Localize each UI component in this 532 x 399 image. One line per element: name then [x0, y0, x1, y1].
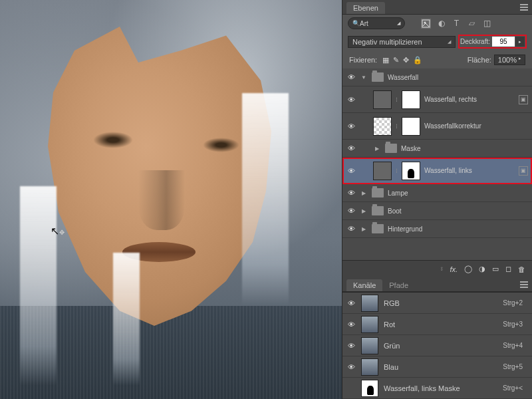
visibility-icon[interactable]: 👁: [346, 299, 356, 307]
disclosure-icon[interactable]: ▼: [360, 74, 368, 80]
opacity-control[interactable]: Deckkraft: 95 ▸: [458, 35, 527, 49]
visibility-icon[interactable]: 👁: [346, 189, 356, 197]
link-icon[interactable]: ⁞: [396, 96, 398, 103]
layer-name[interactable]: Hintergrund: [388, 225, 528, 233]
visibility-icon[interactable]: 👁: [346, 225, 356, 233]
lock-label: Fixieren:: [349, 56, 377, 64]
chevron-down-icon: ▸: [519, 56, 521, 64]
layer-wasserfall-rechts[interactable]: 👁 ⁞ Wasserfall, rechts ▣: [342, 86, 532, 113]
mask-thumbnail[interactable]: [402, 117, 420, 136]
filter-badge-icon[interactable]: ▣: [519, 166, 528, 176]
group-icon[interactable]: ▭: [492, 265, 499, 273]
link-icon[interactable]: ⁞: [396, 168, 398, 174]
opacity-label: Deckkraft:: [460, 38, 490, 45]
layer-group-boot[interactable]: 👁 ▶ Boot: [342, 202, 532, 220]
adjustment-icon[interactable]: ◑: [479, 265, 485, 273]
channel-name: RGB: [384, 299, 400, 307]
visibility-icon[interactable]: 👁: [346, 122, 356, 130]
panel-menu-icon[interactable]: [520, 4, 528, 11]
layer-thumbnail[interactable]: [373, 117, 392, 136]
trash-icon[interactable]: 🗑: [518, 265, 525, 273]
panel-tab-header[interactable]: Ebenen: [342, 0, 532, 15]
lock-position-icon[interactable]: ✥: [403, 56, 409, 65]
channels-tab-header[interactable]: Kanäle Pfade: [342, 277, 532, 292]
link-layers-icon[interactable]: ⦂: [441, 265, 443, 273]
link-icon[interactable]: ⁞: [396, 123, 398, 130]
layer-name[interactable]: Boot: [388, 207, 528, 215]
filter-pixel-icon[interactable]: [421, 19, 431, 29]
visibility-icon[interactable]: 👁: [346, 342, 356, 350]
folder-icon: [372, 72, 384, 82]
tab-layers[interactable]: Ebenen: [346, 2, 385, 14]
lock-all-icon[interactable]: 🔒: [413, 56, 422, 65]
filter-type-icon[interactable]: T: [452, 19, 462, 29]
opacity-input[interactable]: 95: [492, 37, 515, 47]
layer-thumbnail[interactable]: [373, 162, 392, 180]
channel-thumbnail: [361, 316, 378, 333]
layer-name[interactable]: Wasserfall: [388, 74, 528, 81]
channel-name: Grün: [384, 342, 400, 350]
waterfall-right: [242, 93, 289, 306]
visibility-icon[interactable]: 👁: [346, 73, 356, 81]
mask-thumbnail[interactable]: [402, 90, 420, 109]
layer-wasserfall-links[interactable]: 👁 ⁞ Wasserfall, links ▣: [342, 158, 532, 184]
layer-group-lampe[interactable]: 👁 ▶ Lampe: [342, 184, 532, 202]
channel-gruen[interactable]: 👁 Grün Strg+4: [342, 335, 532, 356]
filter-shape-icon[interactable]: ▱: [467, 19, 477, 29]
layer-group-wasserfall[interactable]: 👁 ▼ Wasserfall: [342, 68, 532, 86]
layer-name[interactable]: Wasserfall, rechts: [424, 96, 515, 103]
channel-mask[interactable]: 👁 Wasserfall, links Maske Strg+<: [342, 378, 532, 399]
channel-shortcut: Strg+2: [503, 299, 528, 307]
layer-footer: ⦂ fx. ◯ ◑ ▭ ◻ 🗑: [342, 260, 532, 277]
disclosure-icon[interactable]: ▶: [373, 146, 381, 152]
mask-thumbnail[interactable]: [402, 162, 420, 180]
channel-thumbnail: [361, 358, 378, 376]
layer-name[interactable]: Lampe: [388, 190, 528, 197]
disclosure-icon[interactable]: ▶: [360, 208, 368, 214]
lock-transparency-icon[interactable]: ▦: [382, 56, 389, 65]
layer-type-filter[interactable]: 🔍 Art ◢: [348, 17, 405, 29]
layer-name[interactable]: Maske: [401, 145, 528, 152]
layer-name[interactable]: Wasserfallkorrektur: [424, 122, 528, 130]
channel-name: Blau: [384, 363, 398, 371]
layer-wasserfallkorrektur[interactable]: 👁 ⁞ Wasserfallkorrektur: [342, 113, 532, 140]
waterfall-center: [113, 253, 140, 386]
channel-list[interactable]: 👁 RGB Strg+2 👁 Rot Strg+3 👁 Grün Strg+4 …: [342, 292, 532, 399]
layer-thumbnail[interactable]: [373, 90, 392, 109]
canvas-area[interactable]: ↖✥: [0, 0, 342, 399]
lock-paint-icon[interactable]: ✎: [393, 56, 399, 65]
layer-group-hintergrund[interactable]: 👁 ▶ Hintergrund: [342, 220, 532, 238]
channel-blau[interactable]: 👁 Blau Strg+5: [342, 356, 532, 378]
waterfall-left: [20, 186, 57, 386]
chevron-down-icon: ◢: [448, 39, 451, 45]
channel-rot[interactable]: 👁 Rot Strg+3: [342, 314, 532, 335]
layer-name[interactable]: Wasserfall, links: [424, 167, 515, 174]
filter-badge-icon[interactable]: ▣: [519, 95, 528, 104]
mask-icon[interactable]: ◯: [464, 265, 472, 273]
panel-menu-icon[interactable]: [520, 281, 528, 288]
chevron-icon: ◢: [397, 21, 400, 26]
channel-rgb[interactable]: 👁 RGB Strg+2: [342, 293, 532, 314]
blend-mode-select[interactable]: Negativ multiplizieren ◢: [348, 36, 456, 48]
layer-list[interactable]: 👁 ▼ Wasserfall 👁 ⁞ Wasserfall, rechts ▣ …: [342, 68, 532, 260]
visibility-icon[interactable]: 👁: [346, 144, 356, 152]
disclosure-icon[interactable]: ▶: [360, 226, 368, 232]
tab-paths[interactable]: Pfade: [382, 279, 415, 291]
tab-channels[interactable]: Kanäle: [346, 279, 382, 291]
layer-group-maske[interactable]: 👁 ▶ Maske: [342, 140, 532, 158]
visibility-icon[interactable]: 👁: [346, 167, 356, 175]
folder-icon: [372, 188, 384, 198]
filter-smart-icon[interactable]: ◫: [482, 19, 492, 29]
filter-adjust-icon[interactable]: ◐: [436, 19, 446, 29]
fx-icon[interactable]: fx.: [450, 265, 458, 273]
visibility-icon[interactable]: 👁: [346, 321, 356, 329]
visibility-icon[interactable]: 👁: [346, 363, 356, 371]
fill-input[interactable]: 100% ▸: [494, 55, 525, 65]
filter-row: 🔍 Art ◢ ◐ T ▱ ◫: [342, 15, 532, 32]
disclosure-icon[interactable]: ▶: [360, 190, 368, 196]
folder-icon: [385, 144, 397, 153]
visibility-icon[interactable]: 👁: [346, 207, 356, 215]
visibility-icon[interactable]: 👁: [346, 96, 356, 104]
opacity-arrow-icon[interactable]: ▸: [515, 37, 525, 47]
new-layer-icon[interactable]: ◻: [505, 265, 511, 273]
